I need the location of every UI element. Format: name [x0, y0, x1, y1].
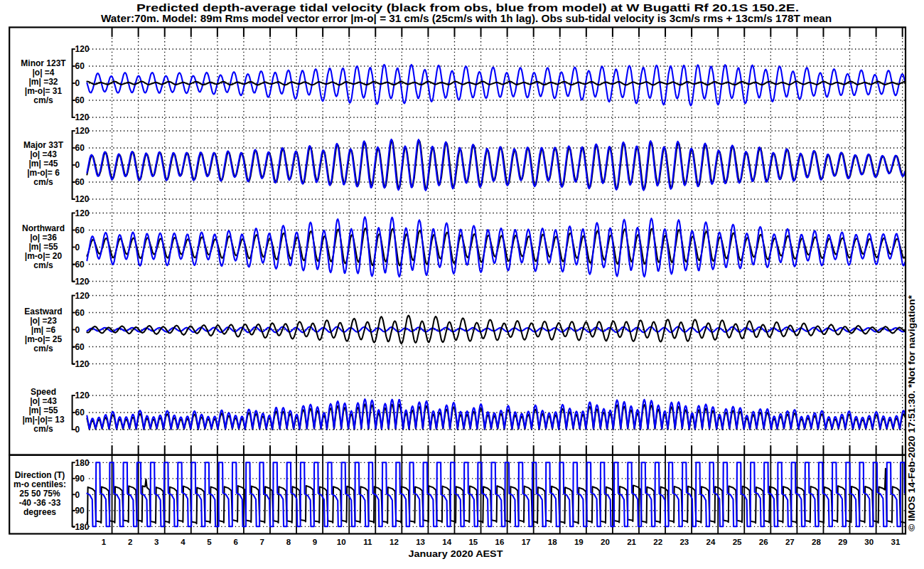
svg-text:11: 11: [363, 538, 372, 546]
svg-text:|o| =36: |o| =36: [30, 233, 57, 243]
svg-text:120: 120: [75, 208, 90, 218]
svg-text:60: 60: [75, 225, 85, 235]
svg-text:-60: -60: [72, 342, 85, 352]
svg-text:Eastward: Eastward: [24, 307, 62, 317]
svg-text:28: 28: [812, 538, 821, 546]
svg-text:|m-o|= 6: |m-o|= 6: [27, 168, 60, 178]
svg-text:10: 10: [337, 538, 346, 546]
svg-text:Speed: Speed: [31, 387, 56, 397]
svg-text:Direction (T): Direction (T): [15, 470, 65, 480]
svg-text:|m| =45: |m| =45: [28, 159, 58, 169]
svg-text:6: 6: [233, 538, 237, 546]
svg-text:-120: -120: [72, 194, 89, 204]
svg-text:|m-o|= 25: |m-o|= 25: [25, 334, 63, 344]
svg-text:19: 19: [574, 538, 584, 546]
svg-text:Predicted depth-average tidal: Predicted depth-average tidal velocity (…: [136, 2, 799, 14]
svg-text:-40 -36 -33: -40 -36 -33: [19, 498, 61, 508]
svg-text:|o| =23: |o| =23: [30, 316, 57, 326]
svg-text:0: 0: [75, 160, 80, 170]
svg-text:cm/s: cm/s: [33, 424, 53, 434]
svg-text:|m| =32: |m| =32: [28, 77, 58, 87]
svg-text:|m| =55: |m| =55: [28, 405, 58, 415]
svg-text:0: 0: [75, 78, 80, 88]
svg-text:|m-o|= 31: |m-o|= 31: [25, 86, 63, 96]
svg-text:m-o centiles:: m-o centiles:: [14, 479, 66, 489]
svg-text:26: 26: [759, 538, 768, 546]
svg-text:Minor 123T: Minor 123T: [21, 58, 66, 68]
svg-text:180: 180: [75, 458, 90, 468]
svg-text:4: 4: [181, 538, 186, 546]
svg-text:-120: -120: [72, 277, 89, 287]
svg-text:-120: -120: [72, 359, 89, 369]
svg-text:cm/s: cm/s: [33, 344, 53, 353]
svg-text:120: 120: [75, 44, 90, 54]
svg-text:0: 0: [75, 490, 80, 500]
svg-text:-60: -60: [72, 260, 85, 270]
svg-text:Major 33T: Major 33T: [23, 140, 64, 150]
svg-text:12: 12: [390, 538, 399, 546]
svg-text:0: 0: [75, 425, 80, 435]
svg-text:-90: -90: [72, 506, 85, 516]
svg-text:|o| =43: |o| =43: [30, 396, 57, 406]
svg-text:60: 60: [75, 408, 85, 418]
svg-text:|m| =55: |m| =55: [28, 242, 58, 252]
svg-text:120: 120: [75, 126, 90, 136]
svg-text:21: 21: [627, 538, 636, 546]
svg-text:29: 29: [838, 538, 847, 546]
svg-text:60: 60: [75, 143, 85, 153]
svg-text:Northward: Northward: [22, 223, 65, 233]
svg-text:60: 60: [75, 61, 85, 71]
svg-text:cm/s: cm/s: [33, 177, 53, 187]
svg-text:17: 17: [522, 538, 531, 546]
svg-text:|m| =6: |m| =6: [31, 325, 56, 335]
svg-text:22: 22: [653, 538, 662, 546]
svg-text:0: 0: [75, 325, 80, 335]
svg-text:15: 15: [468, 538, 478, 546]
svg-text:31: 31: [891, 538, 901, 546]
svg-text:January 2020 AEST: January 2020 AEST: [409, 548, 504, 559]
svg-text:|o| =4: |o| =4: [32, 68, 54, 78]
svg-text:120: 120: [75, 291, 90, 301]
svg-text:60: 60: [75, 308, 85, 318]
svg-text:-60: -60: [72, 177, 85, 187]
svg-text:0: 0: [75, 243, 80, 252]
svg-text:7: 7: [260, 538, 264, 546]
svg-text:|m-o|= 20: |m-o|= 20: [25, 251, 63, 261]
svg-text:30: 30: [864, 538, 874, 546]
svg-text:13: 13: [416, 538, 425, 546]
svg-text:16: 16: [495, 538, 505, 546]
svg-text:|o| =43: |o| =43: [30, 149, 57, 159]
svg-text:27: 27: [785, 538, 795, 546]
svg-text:24: 24: [707, 538, 716, 546]
svg-text:20: 20: [601, 538, 610, 546]
svg-text:© IMOS 14-Feb-2020 17:51:30.: © IMOS 14-Feb-2020 17:51:30. *Not for na…: [907, 295, 917, 531]
svg-text:cm/s: cm/s: [33, 260, 53, 270]
svg-text:degrees: degrees: [23, 507, 56, 517]
svg-text:120: 120: [75, 390, 90, 400]
svg-text:-120: -120: [72, 112, 89, 122]
svg-text:2: 2: [128, 538, 132, 546]
svg-text:1: 1: [102, 538, 107, 546]
svg-text:25 50 75%: 25 50 75%: [19, 489, 60, 499]
svg-text:18: 18: [548, 538, 557, 546]
svg-text:14: 14: [442, 538, 451, 546]
svg-text:|m|-|o|= 13: |m|-|o|= 13: [22, 415, 64, 425]
svg-text:-60: -60: [72, 95, 85, 105]
svg-text:9: 9: [313, 538, 317, 546]
svg-text:90: 90: [75, 474, 85, 484]
svg-text:23: 23: [679, 538, 689, 546]
svg-text:Water:70m. Model: 89m Rms mod: Water:70m. Model: 89m Rms model vector e…: [101, 13, 832, 24]
svg-text:8: 8: [286, 538, 291, 546]
svg-text:3: 3: [154, 538, 159, 546]
svg-text:25: 25: [733, 538, 742, 546]
svg-text:5: 5: [207, 538, 212, 546]
svg-text:cm/s: cm/s: [33, 95, 53, 105]
